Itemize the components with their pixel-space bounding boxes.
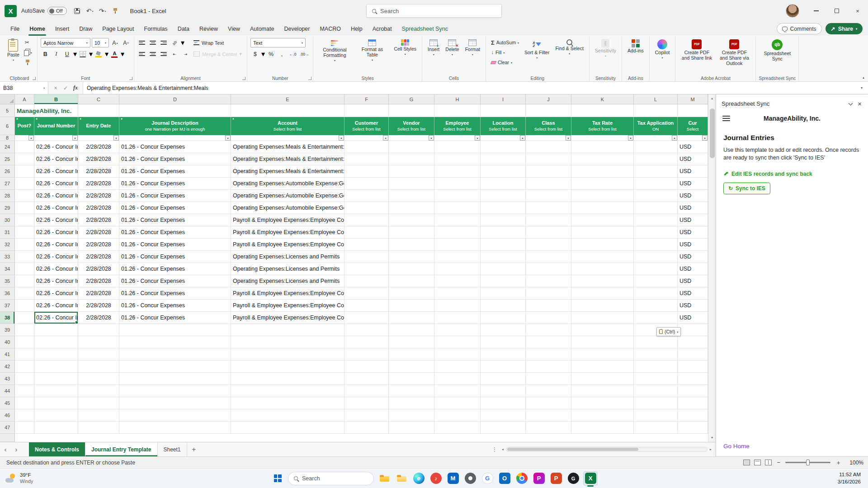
cell-E25[interactable]: Operating Expenses:Meals & Entertainment… <box>231 153 344 165</box>
find-select-button[interactable]: Find & Select▾ <box>553 38 585 56</box>
excel-app-icon[interactable]: X <box>5 5 17 17</box>
cell-K35[interactable] <box>571 275 634 287</box>
cell-C28[interactable]: 2/28/2028 <box>78 190 119 202</box>
cell-L27[interactable] <box>634 178 678 190</box>
horizontal-scrollbar[interactable]: ◂ ▸ <box>500 442 713 456</box>
cell-M36[interactable]: USD <box>678 287 708 300</box>
top-align-button[interactable] <box>137 38 147 47</box>
row-header-27[interactable]: 27 <box>0 178 15 190</box>
cell-C36[interactable]: 2/28/2028 <box>78 287 119 300</box>
zoom-slider-thumb[interactable] <box>806 460 810 465</box>
cell-I26[interactable] <box>481 165 526 178</box>
ribbon-tab-spreadsheet-sync[interactable]: Spreadsheet Sync <box>397 22 453 36</box>
row-header-31[interactable]: 31 <box>0 226 15 239</box>
autosum-button[interactable]: ΣAutoSum▾ <box>489 38 521 47</box>
cell-F35[interactable] <box>344 275 389 287</box>
cell-J36[interactable] <box>526 287 571 300</box>
cell-D24[interactable]: 01.26 - Concur Expenses <box>119 141 231 153</box>
cell-H28[interactable] <box>434 190 481 202</box>
sheet-nav-left[interactable]: ‹ <box>0 442 11 456</box>
cell-G27[interactable] <box>389 178 434 190</box>
formula-bar-expand-chevron[interactable]: ▾ <box>855 82 868 94</box>
cell-L24[interactable] <box>634 141 678 153</box>
number-format-select[interactable]: Text▾ <box>250 38 306 47</box>
cell-H31[interactable] <box>434 226 481 239</box>
copy-button[interactable]: ▾ <box>23 48 34 57</box>
sort-filter-button[interactable]: Sort & Filter▾ <box>522 38 552 60</box>
cell-D30[interactable]: 01.26 - Concur Expenses <box>119 214 231 226</box>
cell-A29[interactable] <box>15 202 34 214</box>
cell-L26[interactable] <box>634 165 678 178</box>
cell-B29[interactable]: 02.26 - Concur Ir <box>34 202 78 214</box>
table-header-account[interactable]: *AccountSelect from list <box>231 117 344 135</box>
taskbar-excel[interactable]: X <box>583 471 598 486</box>
zoom-level[interactable]: 100% <box>846 460 863 466</box>
table-header-journal-number[interactable]: *Journal Number <box>34 117 78 135</box>
cell-E37[interactable]: Payroll & Employee Expenses:Employee Cos… <box>231 300 344 312</box>
cell-J24[interactable] <box>526 141 571 153</box>
clipboard-dialog-launcher[interactable] <box>33 77 36 80</box>
ribbon-tab-draw[interactable]: Draw <box>74 22 97 36</box>
page-layout-view-button[interactable] <box>754 460 761 465</box>
cell-M25[interactable]: USD <box>678 153 708 165</box>
cell-H30[interactable] <box>434 214 481 226</box>
sheet-nav-right[interactable]: › <box>11 442 22 456</box>
increase-indent-button[interactable]: ⇥ <box>181 49 190 59</box>
row-header-35[interactable]: 35 <box>0 275 15 287</box>
row-header-42[interactable]: 42 <box>0 361 15 373</box>
cell-E28[interactable]: Operating Expenses:Automobile Expense:Ge… <box>231 190 344 202</box>
start-button[interactable] <box>270 471 285 486</box>
cell-K26[interactable] <box>571 165 634 178</box>
taskbar-photos[interactable]: P <box>532 471 546 486</box>
taskbar-settings[interactable] <box>463 471 477 486</box>
conditional-formatting-button[interactable]: Conditional Formatting▾ <box>316 38 353 62</box>
ribbon-tab-developer[interactable]: Developer <box>279 22 315 36</box>
column-header-H[interactable]: H <box>434 94 481 104</box>
orientation-button[interactable]: ab <box>170 38 179 47</box>
table-header-journal-description[interactable]: *Journal Descriptionone Narration per MJ… <box>119 117 231 135</box>
cell-B24[interactable]: 02.26 - Concur Ir <box>34 141 78 153</box>
cell-D36[interactable]: 01.26 - Concur Expenses <box>119 287 231 300</box>
cell-K24[interactable] <box>571 141 634 153</box>
cell-M33[interactable]: USD <box>678 251 708 263</box>
wrap-text-button[interactable]: Wrap Text <box>192 38 244 47</box>
cell-K25[interactable] <box>571 153 634 165</box>
cell-J34[interactable] <box>526 263 571 275</box>
taskbar-search[interactable]: Search <box>288 472 374 485</box>
column-header-G[interactable]: G <box>389 94 434 104</box>
align-right-button[interactable] <box>159 49 169 59</box>
cell-F27[interactable] <box>344 178 389 190</box>
edit-ies-records-link[interactable]: Edit IES records and sync back <box>723 171 861 177</box>
align-center-button[interactable] <box>148 49 158 59</box>
cell-M27[interactable]: USD <box>678 178 708 190</box>
ribbon-tab-automate[interactable]: Automate <box>245 22 279 36</box>
filter-dropdown-E[interactable]: ▾ <box>339 135 344 141</box>
taskbar-chrome[interactable] <box>514 471 529 486</box>
cell-B37[interactable]: 02.26 - Concur Ir <box>34 300 78 312</box>
table-header-class[interactable]: ClassSelect from list <box>526 117 571 135</box>
cell-I33[interactable] <box>481 251 526 263</box>
cell-K38[interactable] <box>571 312 634 324</box>
cell-G32[interactable] <box>389 239 434 251</box>
cell-M37[interactable]: USD <box>678 300 708 312</box>
cell-D31[interactable]: 01.26 - Concur Expenses <box>119 226 231 239</box>
cut-button[interactable]: ✂ <box>23 38 34 47</box>
cell-C32[interactable]: 2/28/2028 <box>78 239 119 251</box>
cell-D35[interactable]: 01.26 - Concur Expenses <box>119 275 231 287</box>
ribbon-tab-help[interactable]: Help <box>346 22 368 36</box>
cell-J29[interactable] <box>526 202 571 214</box>
row-header-41[interactable]: 41 <box>0 348 15 361</box>
cell-E32[interactable]: Payroll & Employee Expenses:Employee Cos… <box>231 239 344 251</box>
ribbon-tab-file[interactable]: File <box>5 22 24 36</box>
increase-font-size-button[interactable]: A▴ <box>110 38 120 47</box>
cell-F32[interactable] <box>344 239 389 251</box>
column-header-L[interactable]: L <box>634 94 678 104</box>
select-all-corner[interactable] <box>0 94 15 104</box>
column-header-B[interactable]: B <box>34 94 78 104</box>
cell-E33[interactable]: Operating Expenses:Licenses and Permits <box>231 251 344 263</box>
ribbon-tab-acrobat[interactable]: Acrobat <box>368 22 397 36</box>
cell-F30[interactable] <box>344 214 389 226</box>
cell-G26[interactable] <box>389 165 434 178</box>
undo-button[interactable]: ↶▾ <box>84 5 96 17</box>
merge-center-button[interactable]: Merge & Center▾ <box>192 49 244 59</box>
